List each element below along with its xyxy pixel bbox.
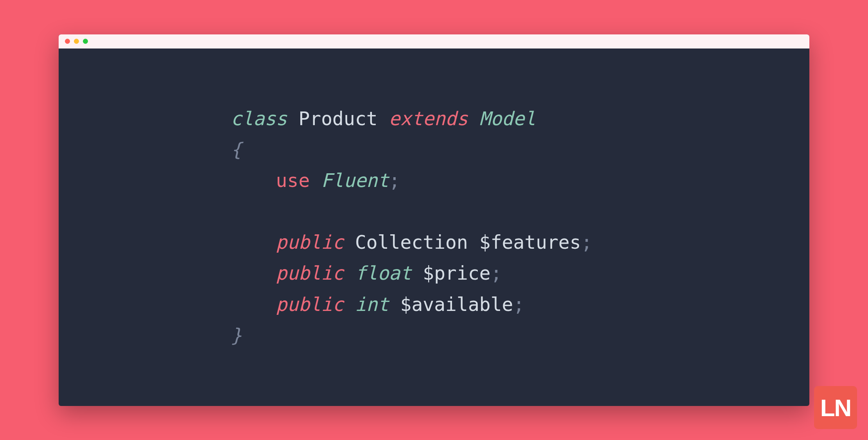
keyword-public: public: [276, 262, 344, 284]
semicolon: ;: [389, 169, 400, 191]
code-line-blank: [231, 196, 809, 227]
logo-badge: LN: [814, 386, 857, 429]
trait-name: Fluent: [321, 169, 389, 191]
keyword-public: public: [276, 231, 344, 253]
keyword-extends: extends: [389, 108, 468, 129]
close-icon[interactable]: [65, 39, 70, 44]
var-price: $price: [423, 262, 490, 284]
var-available: $available: [400, 293, 513, 315]
parent-class: Model: [479, 108, 536, 129]
semicolon: ;: [513, 293, 524, 315]
code-line-2: {: [231, 134, 809, 165]
open-brace: {: [231, 138, 242, 160]
type-int: int: [355, 293, 389, 315]
semicolon: ;: [491, 262, 502, 284]
type-collection: Collection: [355, 231, 468, 253]
maximize-icon[interactable]: [83, 39, 88, 44]
keyword-public: public: [276, 293, 344, 315]
close-brace: }: [231, 324, 242, 346]
logo-text: LN: [820, 394, 851, 422]
type-float: float: [355, 262, 412, 284]
code-line-1: class Product extends Model: [231, 103, 809, 134]
keyword-class: class: [231, 108, 287, 129]
code-editor: class Product extends Model { use Fluent…: [59, 48, 809, 351]
code-line-close: }: [231, 320, 809, 351]
code-line-prop2: public float $price;: [231, 258, 809, 289]
code-line-3: use Fluent;: [231, 165, 809, 196]
window-titlebar: [59, 34, 809, 48]
code-window: class Product extends Model { use Fluent…: [59, 34, 809, 406]
code-line-prop3: public int $available;: [231, 289, 809, 320]
code-line-prop1: public Collection $features;: [231, 227, 809, 258]
var-features: $features: [479, 231, 581, 253]
class-name: Product: [298, 108, 377, 129]
minimize-icon[interactable]: [74, 39, 79, 44]
semicolon: ;: [581, 231, 592, 253]
keyword-use: use: [276, 169, 310, 191]
